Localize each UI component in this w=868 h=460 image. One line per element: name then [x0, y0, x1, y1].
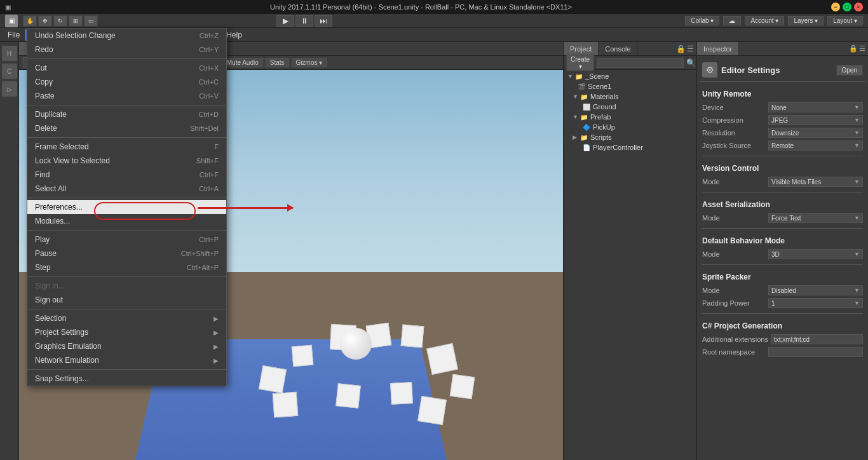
- inspector-tab[interactable]: Inspector: [697, 42, 739, 55]
- vc-mode-dropdown[interactable]: Visible Meta Files ▼: [768, 177, 863, 187]
- collab-button[interactable]: Collab ▾: [685, 16, 719, 25]
- sign-out-label: Sign out: [35, 295, 63, 304]
- play-button[interactable]: ▶: [276, 15, 294, 27]
- modules-item[interactable]: Modules...: [27, 214, 226, 228]
- tree-item-ground[interactable]: ⬜ Ground: [565, 102, 695, 112]
- namespace-field[interactable]: [768, 347, 863, 357]
- tree-item-materials[interactable]: ▼ 📁 Materials: [565, 91, 695, 102]
- tree-item-pickup[interactable]: 🔷 PickUp: [565, 122, 695, 132]
- cube-11: [417, 396, 447, 425]
- rect-tool[interactable]: ▭: [84, 15, 98, 27]
- tree-label: Ground: [593, 103, 616, 111]
- separator-4: [27, 198, 226, 198]
- close-button[interactable]: ×: [854, 3, 863, 11]
- step-shortcut: Ctrl+Alt+P: [187, 264, 219, 271]
- console-tab[interactable]: Console: [599, 42, 637, 55]
- compression-dropdown[interactable]: JPEG ▼: [768, 115, 863, 125]
- scale-tool[interactable]: ⊞: [69, 15, 83, 27]
- sign-out-item[interactable]: Sign out: [27, 293, 226, 307]
- tree-label: Prefab: [590, 113, 611, 121]
- search-icon[interactable]: 🔍: [686, 58, 696, 67]
- network-emulation-item[interactable]: Network Emulation ▶: [27, 353, 226, 367]
- delete-item[interactable]: Delete Shift+Del: [27, 121, 226, 135]
- project-lock-icon[interactable]: 🔒: [676, 44, 686, 53]
- script-icon: 📄: [583, 144, 590, 151]
- device-dropdown[interactable]: None ▼: [768, 102, 863, 112]
- selection-label: Selection: [35, 314, 66, 323]
- step-item[interactable]: Step Ctrl+Alt+P: [27, 260, 226, 274]
- play-label: Play: [35, 235, 50, 244]
- pause-item[interactable]: Pause Ctrl+Shift+P: [27, 247, 226, 260]
- resolution-dropdown[interactable]: Downsize ▼: [768, 128, 863, 138]
- sidebar-icon-3[interactable]: ▷: [2, 81, 17, 97]
- tree-item-prefab[interactable]: ▼ 📁 Prefab: [565, 112, 695, 122]
- gizmos-btn[interactable]: Gizmos ▾: [292, 58, 327, 67]
- project-search-input[interactable]: [597, 58, 684, 68]
- sidebar-icon-1[interactable]: H: [2, 46, 17, 61]
- redo-item[interactable]: Redo Ctrl+Y: [27, 43, 226, 57]
- sidebar-icon-2[interactable]: C: [2, 64, 17, 79]
- graphics-emulation-label: Graphics Emulation: [35, 342, 102, 351]
- minimize-button[interactable]: −: [831, 3, 840, 11]
- separator-5: [27, 230, 226, 231]
- copy-item[interactable]: Copy Ctrl+C: [27, 75, 226, 89]
- stats-btn[interactable]: Stats: [266, 58, 289, 67]
- create-button[interactable]: Create ▾: [566, 55, 594, 71]
- select-all-item[interactable]: Select All Ctrl+A: [27, 182, 226, 196]
- joystick-row: Joystick Source Remote ▼: [700, 139, 865, 152]
- layers-button[interactable]: Layers ▾: [788, 16, 824, 25]
- tree-item-scripts[interactable]: ▶ 📁 Scripts: [565, 132, 695, 142]
- play-item[interactable]: Play Ctrl+P: [27, 233, 226, 247]
- joystick-dropdown[interactable]: Remote ▼: [768, 140, 863, 151]
- db-mode-dropdown[interactable]: 3D ▼: [768, 249, 863, 259]
- preferences-item[interactable]: Preferences...: [27, 200, 226, 214]
- inspector-lock-icon[interactable]: 🔒: [849, 44, 858, 53]
- account-button[interactable]: Account ▾: [745, 16, 784, 25]
- duplicate-label: Duplicate: [35, 110, 67, 119]
- maximize-button[interactable]: □: [843, 3, 851, 11]
- inspector-options-icon[interactable]: ☰: [859, 44, 865, 53]
- pause-button[interactable]: ⏸: [295, 15, 313, 27]
- scene-icon: 🎬: [578, 83, 585, 90]
- tree-item-playercontroller[interactable]: 📄 PlayerController: [565, 142, 695, 152]
- sp-padding-dropdown[interactable]: 1 ▼: [768, 298, 863, 308]
- cloud-button[interactable]: ☁: [723, 16, 741, 25]
- additional-ext-field[interactable]: [771, 334, 863, 344]
- unity-logo: ▣: [5, 15, 18, 27]
- mute-audio-btn[interactable]: Mute Audio: [222, 58, 263, 67]
- project-tab[interactable]: Project: [564, 42, 599, 55]
- rotate-tool[interactable]: ↻: [53, 15, 67, 27]
- duplicate-item[interactable]: Duplicate Ctrl+D: [27, 107, 226, 121]
- lock-view-item[interactable]: Lock View to Selected Shift+F: [27, 154, 226, 168]
- menu-file[interactable]: File: [3, 29, 25, 41]
- step-button[interactable]: ⏭: [315, 15, 332, 27]
- tree-item-scene[interactable]: ▼ 📁 _Scene: [565, 71, 695, 81]
- as-mode-dropdown[interactable]: Force Text ▼: [768, 213, 863, 223]
- sp-mode-dropdown[interactable]: Disabled ▼: [768, 285, 863, 295]
- cut-item[interactable]: Cut Ctrl+X: [27, 61, 226, 75]
- layout-button[interactable]: Layout ▾: [827, 16, 863, 25]
- submenu-arrow-icon: ▶: [214, 315, 219, 322]
- frame-selected-item[interactable]: Frame Selected F: [27, 140, 226, 154]
- hand-tool[interactable]: ✋: [23, 15, 37, 27]
- dropdown-arrow-icon: ▼: [854, 300, 860, 306]
- inspector-header: ⚙ Editor Settings Open: [700, 58, 865, 82]
- open-button[interactable]: Open: [836, 65, 863, 76]
- graphics-emulation-item[interactable]: Graphics Emulation ▶: [27, 339, 226, 353]
- project-options-icon[interactable]: ☰: [687, 44, 694, 53]
- snap-settings-item[interactable]: Snap Settings...: [27, 372, 226, 386]
- snap-settings-label: Snap Settings...: [35, 374, 89, 383]
- divider-2: [702, 192, 863, 193]
- selection-item[interactable]: Selection ▶: [27, 311, 226, 325]
- move-tool[interactable]: ✥: [38, 15, 52, 27]
- tree-item-scene1[interactable]: 🎬 Scene1: [565, 81, 695, 91]
- undo-item[interactable]: Undo Selection Change Ctrl+Z: [27, 29, 226, 43]
- sign-in-label: Sign in...: [35, 281, 65, 290]
- unity-logo-icon: ▣: [5, 4, 11, 11]
- dropdown-arrow-icon: ▼: [854, 251, 860, 257]
- paste-item[interactable]: Paste Ctrl+V: [27, 89, 226, 103]
- project-settings-item[interactable]: Project Settings ▶: [27, 325, 226, 339]
- delete-shortcut: Shift+Del: [190, 125, 219, 132]
- find-item[interactable]: Find Ctrl+F: [27, 168, 226, 182]
- copy-shortcut: Ctrl+C: [199, 78, 219, 86]
